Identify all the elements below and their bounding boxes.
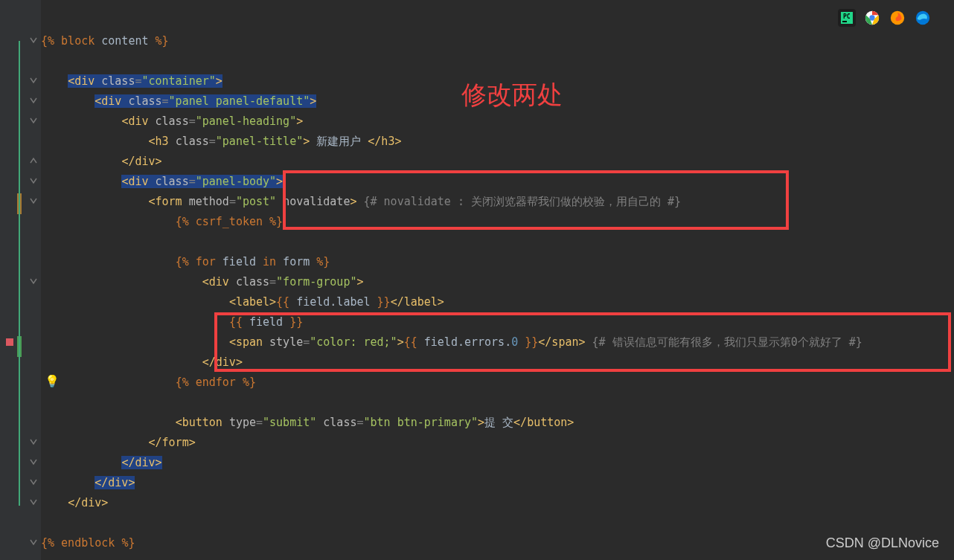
fold-toggle-icon[interactable] xyxy=(30,176,39,185)
fold-toggle-icon[interactable] xyxy=(30,96,39,105)
code-line[interactable]: {% block content %} xyxy=(41,31,954,51)
watermark: CSDN @DLNovice xyxy=(826,535,939,551)
code-line[interactable]: <div class="form-group"> xyxy=(41,272,954,292)
fold-toggle-icon[interactable] xyxy=(30,498,39,506)
code-line[interactable]: <label>{{ field.label }}</label> xyxy=(41,292,954,312)
firefox-icon[interactable] xyxy=(889,9,906,27)
chrome-icon[interactable] xyxy=(863,9,881,27)
annotation-title: 修改两处 xyxy=(461,78,563,112)
code-line[interactable] xyxy=(41,232,954,252)
indent-guide xyxy=(19,41,20,506)
code-line[interactable]: </div> xyxy=(41,473,954,493)
breakpoint-marker[interactable] xyxy=(6,338,13,346)
code-line[interactable]: <div class="panel-heading"> xyxy=(41,112,954,132)
code-line[interactable]: <h3 class="panel-title"> 新建用户 </h3> xyxy=(41,132,954,152)
fold-toggle-icon[interactable] xyxy=(30,36,39,45)
fold-toggle-icon[interactable] xyxy=(30,76,39,85)
code-line[interactable]: {% for field in form %} xyxy=(41,252,954,272)
fold-toggle-icon[interactable] xyxy=(30,156,39,165)
code-line[interactable]: </div> xyxy=(41,493,954,513)
code-line[interactable]: </form> xyxy=(41,433,954,453)
app-icons: PC xyxy=(838,9,932,27)
fold-toggle-icon[interactable] xyxy=(30,196,39,205)
fold-toggle-icon[interactable] xyxy=(30,457,39,466)
code-line[interactable]: {% endfor %} xyxy=(41,373,954,393)
svg-rect-1 xyxy=(842,21,847,22)
code-line[interactable]: </div> xyxy=(41,152,954,172)
code-line[interactable]: </div> xyxy=(41,453,954,473)
fold-toggle-icon[interactable] xyxy=(30,477,39,486)
annotation-box-2 xyxy=(214,312,951,372)
code-line[interactable] xyxy=(41,393,954,413)
annotation-box-1 xyxy=(283,170,789,230)
code-line[interactable] xyxy=(41,51,954,71)
svg-text:PC: PC xyxy=(843,13,851,20)
edge-icon[interactable] xyxy=(914,9,932,27)
fold-toggle-icon[interactable] xyxy=(30,116,39,125)
code-line[interactable]: <button type="submit" class="btn btn-pri… xyxy=(41,413,954,433)
fold-toggle-icon[interactable] xyxy=(30,437,39,446)
fold-toggle-icon[interactable] xyxy=(30,538,39,547)
code-line[interactable] xyxy=(41,513,954,533)
pycharm-icon[interactable]: PC xyxy=(838,9,856,27)
code-line[interactable]: {% endblock %} xyxy=(41,533,954,553)
fold-toggle-icon[interactable] xyxy=(30,277,39,286)
